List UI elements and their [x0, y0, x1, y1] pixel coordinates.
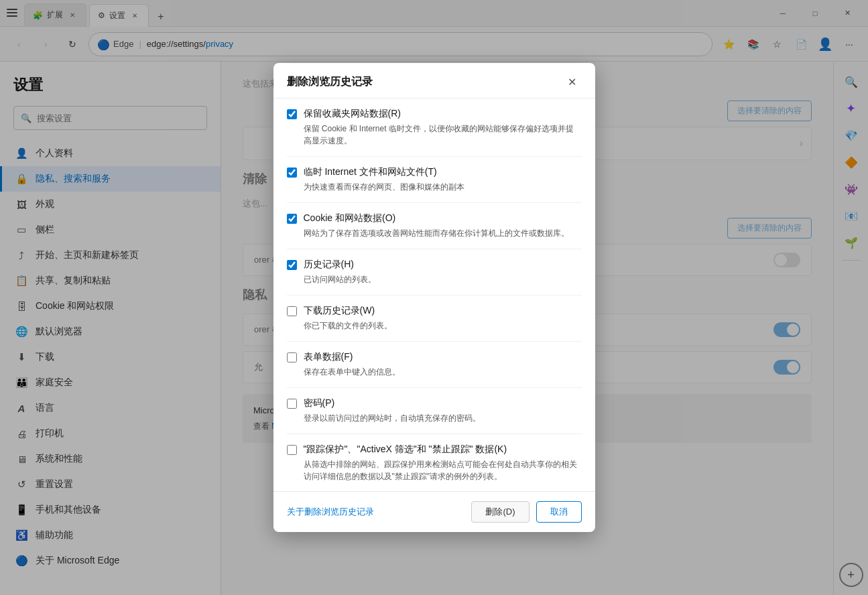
checkbox-favorites[interactable] — [287, 109, 297, 119]
check-desc-cookies: 网站为了保存首选项或改善网站性能而存储在你计算机上的文件或数据库。 — [304, 227, 582, 239]
check-text-tracking: "跟踪保护"、"ActiveX 筛选"和 "禁止跟踪" 数据(K) 从筛选中排除… — [304, 444, 582, 482]
delete-button[interactable]: 删除(D) — [471, 501, 529, 523]
check-item-history: 历史记录(H) 已访问网站的列表。 — [287, 249, 582, 295]
modal-body: 保留收藏夹网站数据(R) 保留 Cookie 和 Internet 临时文件，以… — [273, 98, 595, 491]
checkbox-temp-internet[interactable] — [287, 168, 297, 178]
modal-header: 删除浏览历史记录 ✕ — [273, 63, 595, 98]
check-text-download-history: 下载历史记录(W) 你已下载的文件的列表。 — [304, 305, 582, 332]
check-label-download-history[interactable]: 下载历史记录(W) 你已下载的文件的列表。 — [287, 305, 582, 332]
check-label-history[interactable]: 历史记录(H) 已访问网站的列表。 — [287, 259, 582, 285]
check-title-form-data: 表单数据(F) — [304, 351, 582, 363]
check-desc-download-history: 你已下载的文件的列表。 — [304, 320, 582, 332]
delete-history-modal: 删除浏览历史记录 ✕ 保留收藏夹网站数据(R) 保留 Cookie 和 Inte… — [273, 63, 595, 532]
check-item-favorites: 保留收藏夹网站数据(R) 保留 Cookie 和 Internet 临时文件，以… — [287, 98, 582, 157]
check-label-tracking[interactable]: "跟踪保护"、"ActiveX 筛选"和 "禁止跟踪" 数据(K) 从筛选中排除… — [287, 444, 582, 482]
check-title-temp-internet: 临时 Internet 文件和网站文件(T) — [304, 166, 582, 178]
checkbox-cookies[interactable] — [287, 214, 297, 224]
checkbox-tracking[interactable] — [287, 445, 297, 455]
modal-footer: 关于删除浏览历史记录 删除(D) 取消 — [273, 491, 595, 532]
checkbox-form-data[interactable] — [287, 352, 297, 362]
checkbox-download-history[interactable] — [287, 306, 297, 316]
check-title-passwords: 密码(P) — [304, 397, 582, 409]
check-item-passwords: 密码(P) 登录以前访问过的网站时，自动填充保存的密码。 — [287, 388, 582, 434]
modal-title: 删除浏览历史记录 — [287, 75, 373, 89]
checkbox-history[interactable] — [287, 260, 297, 270]
checkbox-passwords[interactable] — [287, 399, 297, 409]
check-title-favorites: 保留收藏夹网站数据(R) — [304, 108, 582, 120]
check-item-temp-internet: 临时 Internet 文件和网站文件(T) 为快速查看而保存的网页、图像和媒体… — [287, 157, 582, 203]
check-title-tracking: "跟踪保护"、"ActiveX 筛选"和 "禁止跟踪" 数据(K) — [304, 444, 582, 456]
check-title-download-history: 下载历史记录(W) — [304, 305, 582, 317]
check-desc-tracking: 从筛选中排除的网站、跟踪保护用来检测站点可能会在何处自动共享你的相关访问详细信息… — [304, 458, 582, 482]
check-item-form-data: 表单数据(F) 保存在表单中键入的信息。 — [287, 342, 582, 388]
check-desc-form-data: 保存在表单中键入的信息。 — [304, 366, 582, 378]
check-text-form-data: 表单数据(F) 保存在表单中键入的信息。 — [304, 351, 582, 378]
check-item-tracking: "跟踪保护"、"ActiveX 筛选"和 "禁止跟踪" 数据(K) 从筛选中排除… — [287, 434, 582, 491]
check-label-passwords[interactable]: 密码(P) 登录以前访问过的网站时，自动填充保存的密码。 — [287, 397, 582, 424]
cancel-button[interactable]: 取消 — [536, 501, 582, 523]
check-text-temp-internet: 临时 Internet 文件和网站文件(T) 为快速查看而保存的网页、图像和媒体… — [304, 166, 582, 193]
check-title-history: 历史记录(H) — [304, 259, 582, 271]
check-label-form-data[interactable]: 表单数据(F) 保存在表单中键入的信息。 — [287, 351, 582, 378]
check-title-cookies: Cookie 和网站数据(O) — [304, 212, 582, 224]
modal-close-button[interactable]: ✕ — [563, 72, 582, 91]
check-text-passwords: 密码(P) 登录以前访问过的网站时，自动填充保存的密码。 — [304, 397, 582, 424]
check-label-favorites[interactable]: 保留收藏夹网站数据(R) 保留 Cookie 和 Internet 临时文件，以… — [287, 108, 582, 147]
check-label-temp-internet[interactable]: 临时 Internet 文件和网站文件(T) 为快速查看而保存的网页、图像和媒体… — [287, 166, 582, 193]
modal-action-buttons: 删除(D) 取消 — [471, 501, 581, 523]
check-item-cookies: Cookie 和网站数据(O) 网站为了保存首选项或改善网站性能而存储在你计算机… — [287, 203, 582, 249]
check-text-history: 历史记录(H) 已访问网站的列表。 — [304, 259, 582, 285]
check-desc-history: 已访问网站的列表。 — [304, 273, 582, 285]
check-item-download-history: 下载历史记录(W) 你已下载的文件的列表。 — [287, 295, 582, 342]
check-label-cookies[interactable]: Cookie 和网站数据(O) 网站为了保存首选项或改善网站性能而存储在你计算机… — [287, 212, 582, 239]
check-desc-passwords: 登录以前访问过的网站时，自动填充保存的密码。 — [304, 412, 582, 424]
check-desc-favorites: 保留 Cookie 和 Internet 临时文件，以便你收藏的网站能够保存偏好… — [304, 123, 582, 147]
check-desc-temp-internet: 为快速查看而保存的网页、图像和媒体的副本 — [304, 181, 582, 193]
modal-overlay[interactable]: 删除浏览历史记录 ✕ 保留收藏夹网站数据(R) 保留 Cookie 和 Inte… — [0, 0, 868, 595]
check-text-favorites: 保留收藏夹网站数据(R) 保留 Cookie 和 Internet 临时文件，以… — [304, 108, 582, 147]
footer-link-button[interactable]: 关于删除浏览历史记录 — [287, 506, 374, 518]
check-text-cookies: Cookie 和网站数据(O) 网站为了保存首选项或改善网站性能而存储在你计算机… — [304, 212, 582, 239]
